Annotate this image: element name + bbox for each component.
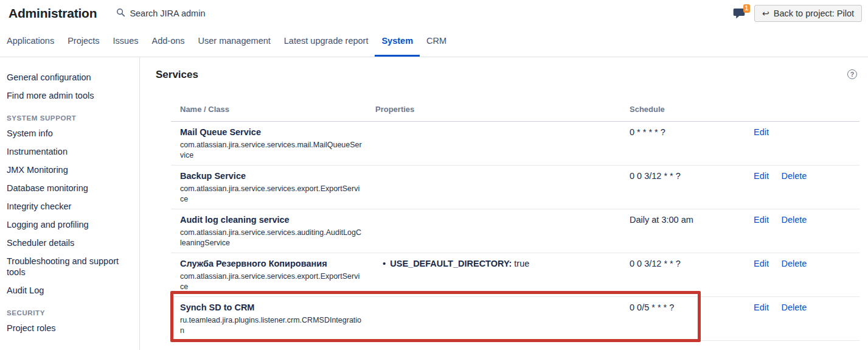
column-header-name-class: Name / Class [171,105,372,114]
search-icon [116,8,125,19]
content-header: Services ? [156,68,859,82]
table-header-row: Name / Class Properties Schedule [171,100,859,122]
service-schedule: 0 0/5 * * * ? [630,303,674,312]
tab-add-ons[interactable]: Add-ons [145,27,192,57]
tab-latest-upgrade-report[interactable]: Latest upgrade report [277,27,375,57]
content-area: Services ? Name / Class Properties Sched… [140,57,868,350]
sidebar-item-instrumentation[interactable]: Instrumentation [0,142,139,161]
edit-link[interactable]: Edit [754,127,769,137]
back-arrow-icon: ↩ [762,9,769,18]
actions-cell: Edit Delete [749,166,859,209]
column-header-properties: Properties [372,105,627,114]
table-row: Служба Резервного Копирования com.atlass… [171,253,859,297]
name-class-cell: Synch SD to CRM ru.teamlead.jira.plugins… [171,297,372,340]
sidebar-item-integrity-checker[interactable]: Integrity checker [0,197,139,215]
back-button-label: Back to project: Pilot [774,9,854,18]
header-right: 1 ↩ Back to project: Pilot [733,5,862,22]
table-row: Audit log cleaning service com.atlassian… [171,209,859,253]
edit-link[interactable]: Edit [754,171,769,181]
sidebar-item-find-more-admin-tools[interactable]: Find more admin tools [0,86,139,105]
tab-projects[interactable]: Projects [61,27,106,57]
top-header: Administration 1 ↩ Back to project: Pilo… [0,0,868,27]
service-class: com.atlassian.jira.service.services.expo… [180,271,363,292]
tab-system[interactable]: System [375,27,420,57]
properties-cell [372,166,627,209]
name-class-cell: Backup Service com.atlassian.jira.servic… [171,166,372,209]
back-to-project-button[interactable]: ↩ Back to project: Pilot [754,5,862,22]
property-bullet: • [383,258,386,268]
sidebar-item-database-monitoring[interactable]: Database monitoring [0,179,139,197]
actions-cell: Edit Delete [749,253,859,296]
actions-cell: Edit [749,122,859,165]
service-schedule: 0 0 3/12 * * ? [630,171,681,181]
name-class-cell: Audit log cleaning service com.atlassian… [171,209,372,253]
service-class: ru.teamlead.jira.plugins.listener.crm.CR… [180,315,363,335]
service-name: Служба Резервного Копирования [180,258,372,270]
service-name: Backup Service [180,170,372,182]
admin-tab-bar: Applications Projects Issues Add-ons Use… [0,27,868,57]
sidebar-section-system-support: SYSTEM SUPPORT [0,114,139,122]
schedule-cell: 0 0 3/12 * * ? [627,253,749,296]
edit-link[interactable]: Edit [754,215,769,225]
property-key: USE_DEFAULT_DIRECTORY: [390,259,512,268]
delete-link[interactable]: Delete [781,171,807,181]
schedule-cell: 0 * * * * ? [627,122,749,165]
actions-cell: Edit Delete [749,297,859,340]
services-title: Services [156,68,198,82]
page-title: Administration [9,6,97,21]
properties-cell: •USE_DEFAULT_DIRECTORY:true [372,253,627,296]
edit-link[interactable]: Edit [754,259,769,268]
column-header-schedule: Schedule [627,105,749,114]
sidebar-item-project-roles[interactable]: Project roles [0,319,139,337]
notifications-icon[interactable]: 1 [733,8,746,19]
delete-link[interactable]: Delete [781,259,807,268]
tab-applications[interactable]: Applications [0,27,61,57]
tab-user-management[interactable]: User management [192,27,277,57]
admin-search [116,8,269,19]
properties-cell [372,297,627,340]
table-row: Synch SD to CRM ru.teamlead.jira.plugins… [171,297,859,341]
tab-crm[interactable]: CRM [420,27,453,57]
edit-link[interactable]: Edit [754,303,769,312]
sidebar-section-security: SECURITY [0,309,139,317]
name-class-cell: Mail Queue Service com.atlassian.jira.se… [171,122,372,165]
name-class-cell: Служба Резервного Копирования com.atlass… [171,253,372,296]
search-input[interactable] [130,9,269,18]
sidebar-item-system-info[interactable]: System info [0,124,139,142]
services-table: Name / Class Properties Schedule Mail Qu… [171,100,859,341]
service-schedule: Daily at 3:00 am [630,215,693,225]
actions-cell: Edit Delete [749,209,859,253]
service-class: com.atlassian.jira.service.services.expo… [180,184,363,204]
service-class: com.atlassian.jira.service.services.mail… [180,140,363,160]
service-name: Synch SD to CRM [180,302,372,313]
table-row: Mail Queue Service com.atlassian.jira.se… [171,122,859,166]
schedule-cell: Daily at 3:00 am [627,209,749,253]
properties-cell [372,209,627,253]
service-schedule: 0 0 3/12 * * ? [630,259,681,268]
help-icon[interactable]: ? [847,69,857,79]
property-value: true [514,259,529,268]
sidebar-item-troubleshooting-and-support-tools[interactable]: Troubleshooting and support tools [0,252,139,281]
tab-issues[interactable]: Issues [106,27,145,57]
column-header-actions [749,105,859,114]
schedule-cell: 0 0/5 * * * ? [627,297,749,340]
notification-badge: 1 [743,4,751,13]
main-layout: General configuration Find more admin to… [0,57,868,350]
service-schedule: 0 * * * * ? [630,127,665,137]
service-class: com.atlassian.jira.service.services.audi… [180,228,363,248]
sidebar-item-scheduler-details[interactable]: Scheduler details [0,234,139,252]
table-row: Backup Service com.atlassian.jira.servic… [171,166,859,209]
sidebar-item-jmx-monitoring[interactable]: JMX Monitoring [0,161,139,179]
properties-cell [372,122,627,165]
sidebar-item-logging-and-profiling[interactable]: Logging and profiling [0,215,139,234]
delete-link[interactable]: Delete [781,303,807,312]
service-name: Mail Queue Service [180,127,372,138]
schedule-cell: 0 0 3/12 * * ? [627,166,749,209]
sidebar-item-audit-log[interactable]: Audit Log [0,281,139,299]
sidebar: General configuration Find more admin to… [0,57,140,350]
sidebar-item-general-configuration[interactable]: General configuration [0,68,139,86]
service-name: Audit log cleaning service [180,214,372,226]
delete-link[interactable]: Delete [781,215,807,225]
